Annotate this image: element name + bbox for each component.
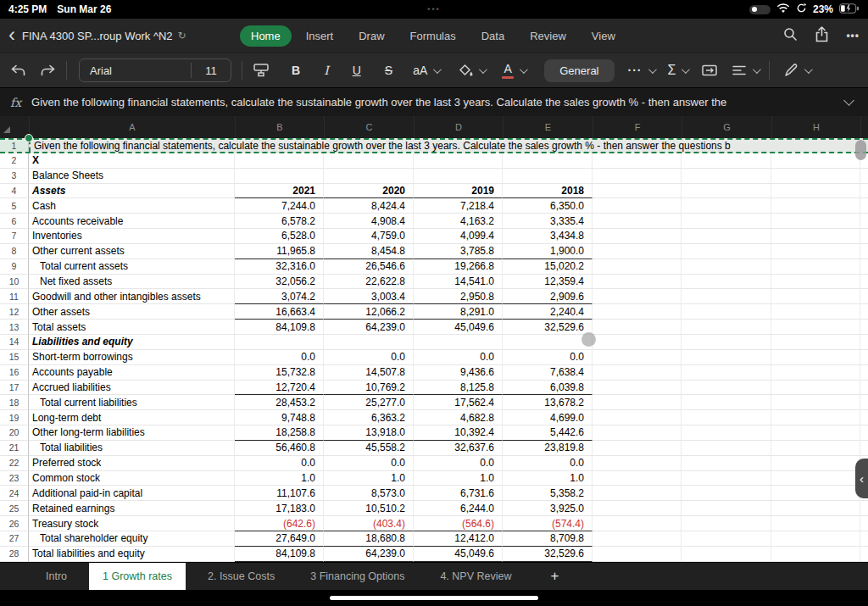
column-header-E[interactable]: E <box>503 116 593 138</box>
cell-H24[interactable] <box>771 486 860 501</box>
cell-B25[interactable]: 17,183.0 <box>235 501 324 516</box>
cell-E24[interactable]: 5,358.2 <box>503 486 593 501</box>
alignment-button[interactable] <box>732 64 759 76</box>
cell-B2[interactable] <box>235 153 324 169</box>
cell-A18[interactable]: Total current liabilities <box>29 395 235 410</box>
cell-F8[interactable] <box>593 244 682 259</box>
cell-C28[interactable]: 64,239.0 <box>324 547 414 562</box>
cell-D5[interactable]: 7,218.4 <box>414 198 503 214</box>
cell-F18[interactable] <box>593 395 682 410</box>
cell-G11[interactable] <box>682 289 771 304</box>
cell-H12[interactable] <box>771 304 860 320</box>
row-header-3[interactable]: 3 <box>0 169 29 184</box>
cell-D10[interactable]: 14,541.0 <box>414 275 503 290</box>
cell-D21[interactable]: 32,637.6 <box>414 441 503 456</box>
row-header-21[interactable]: 21 <box>0 441 29 456</box>
row-header-2[interactable]: 2 <box>0 153 29 169</box>
row-header-19[interactable]: 19 <box>0 410 29 425</box>
cell-E19[interactable]: 4,699.0 <box>503 410 593 425</box>
cell-H27[interactable] <box>771 531 860 547</box>
cell-H7[interactable] <box>771 229 860 244</box>
cell-H4[interactable] <box>771 184 860 199</box>
cell-G28[interactable] <box>682 547 771 562</box>
add-sheet-button[interactable]: + <box>542 563 567 590</box>
cell-H14[interactable] <box>771 335 860 350</box>
cell-F11[interactable] <box>593 289 682 304</box>
cell-E22[interactable]: 0.0 <box>503 456 593 471</box>
cell-E6[interactable]: 3,335.4 <box>503 214 593 229</box>
row-header-1[interactable]: 1 <box>0 140 29 152</box>
cell-H26[interactable] <box>771 516 860 531</box>
cell-B27[interactable]: 27,649.0 <box>235 531 324 547</box>
cell-F28[interactable] <box>593 547 682 562</box>
cell-G10[interactable] <box>682 275 771 290</box>
cell-F25[interactable] <box>593 501 682 516</box>
font-color-button[interactable]: A <box>502 63 526 79</box>
cell-D27[interactable]: 12,412.0 <box>414 531 503 547</box>
cell-A13[interactable]: Total assets <box>29 320 235 335</box>
cell-A2[interactable]: X <box>29 153 235 169</box>
cell-F26[interactable] <box>593 516 682 531</box>
cell-D14[interactable] <box>414 335 503 350</box>
cell-E9[interactable]: 15,020.2 <box>503 259 593 275</box>
cell-F7[interactable] <box>593 229 682 244</box>
cell-H11[interactable] <box>771 289 860 304</box>
cell-A26[interactable]: Treasury stock <box>29 516 235 531</box>
back-chevron-icon[interactable]: ‹ <box>0 25 22 47</box>
row-header-20[interactable]: 20 <box>0 425 29 441</box>
formula-expand-chevron-icon[interactable] <box>843 95 854 106</box>
cell-A20[interactable]: Other long-term liabilities <box>29 425 235 441</box>
edge-panel-chevron[interactable]: ‹ <box>855 459 868 498</box>
cell-G22[interactable] <box>682 456 771 471</box>
cell-C26[interactable]: (403.4) <box>324 516 414 531</box>
cell-A24[interactable]: Additional paid-in capital <box>29 486 235 501</box>
redo-icon[interactable] <box>40 64 56 78</box>
cell-G16[interactable] <box>682 365 771 381</box>
cell-G15[interactable] <box>682 350 771 365</box>
cell-D20[interactable]: 10,392.4 <box>414 425 503 441</box>
cell-G13[interactable] <box>682 320 771 335</box>
cell-B8[interactable]: 11,965.8 <box>235 244 324 259</box>
cell-E2[interactable] <box>503 153 593 169</box>
cell-D11[interactable]: 2,950.8 <box>414 289 503 304</box>
cell-C5[interactable]: 8,424.4 <box>324 198 414 214</box>
cell-D6[interactable]: 4,163.2 <box>414 214 503 229</box>
cell-H15[interactable] <box>771 350 860 365</box>
drag-handle[interactable] <box>581 332 596 347</box>
cell-G6[interactable] <box>682 214 771 229</box>
cell-A1[interactable]: Given the following financial statements… <box>29 140 868 152</box>
cell-A9[interactable]: Total current assets <box>29 259 235 275</box>
cell-D12[interactable]: 8,291.0 <box>414 304 503 320</box>
format-painter-icon[interactable] <box>253 63 270 78</box>
cell-D23[interactable]: 1.0 <box>414 471 503 486</box>
cell-B7[interactable]: 6,528.0 <box>235 229 324 244</box>
cell-H16[interactable] <box>771 365 860 381</box>
column-header-D[interactable]: D <box>414 116 503 138</box>
cell-E4[interactable]: 2018 <box>503 184 593 199</box>
merge-cells-icon[interactable] <box>701 64 718 77</box>
cell-D13[interactable]: 45,049.6 <box>414 320 503 335</box>
cell-G5[interactable] <box>682 198 771 214</box>
cell-B28[interactable]: 84,109.8 <box>235 547 324 562</box>
cell-F27[interactable] <box>593 531 682 547</box>
cell-E11[interactable]: 2,909.6 <box>503 289 593 304</box>
cell-B22[interactable]: 0.0 <box>235 456 324 471</box>
cell-D2[interactable] <box>414 153 503 169</box>
ribbon-tab-review[interactable]: Review <box>519 25 577 47</box>
cell-B23[interactable]: 1.0 <box>235 471 324 486</box>
cell-F21[interactable] <box>593 441 682 456</box>
cell-G9[interactable] <box>682 259 771 275</box>
cell-C11[interactable]: 3,003.4 <box>324 289 414 304</box>
share-icon[interactable] <box>815 26 829 46</box>
cell-C23[interactable]: 1.0 <box>324 471 414 486</box>
row-header-5[interactable]: 5 <box>0 198 29 214</box>
cell-A25[interactable]: Retained earnings <box>29 501 235 516</box>
cell-E28[interactable]: 32,529.6 <box>503 547 593 562</box>
underline-button[interactable]: U <box>353 64 361 77</box>
cell-C20[interactable]: 13,918.0 <box>324 425 414 441</box>
row-header-4[interactable]: 4 <box>0 184 29 199</box>
cell-E16[interactable]: 7,638.4 <box>503 365 593 381</box>
cell-H2[interactable] <box>771 153 860 169</box>
pen-icon[interactable] <box>783 63 810 78</box>
cell-G3[interactable] <box>682 169 771 184</box>
